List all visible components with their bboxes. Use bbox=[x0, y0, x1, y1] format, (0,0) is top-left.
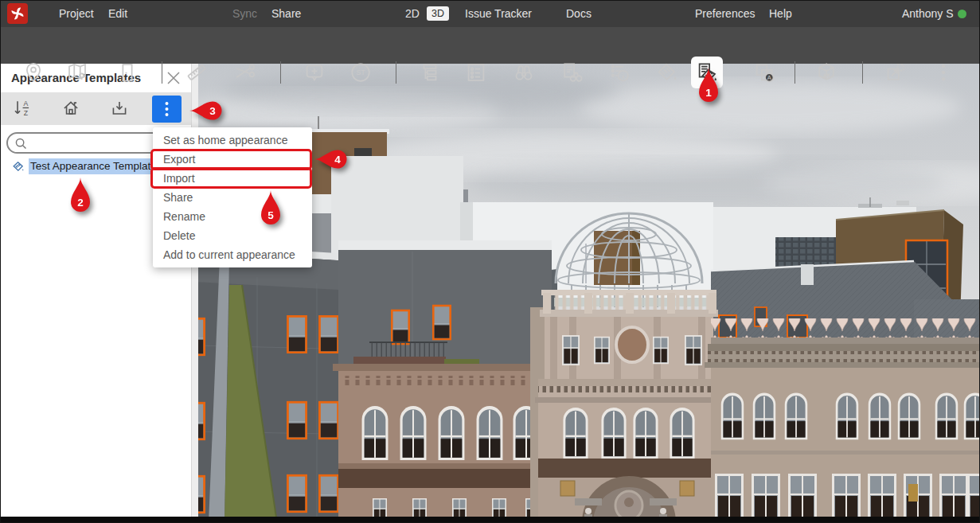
menu-preferences[interactable]: Preferences bbox=[695, 0, 755, 27]
step-marker-3: 3 bbox=[189, 99, 224, 123]
panel-subtoolbar: A Z bbox=[0, 92, 191, 125]
more-options-icon[interactable] bbox=[931, 60, 955, 84]
step-marker-4: 4 bbox=[314, 147, 349, 171]
export-3d-box-icon[interactable] bbox=[814, 60, 838, 84]
sort-az-icon[interactable]: A Z bbox=[12, 98, 33, 119]
menu-docs[interactable]: Docs bbox=[566, 0, 592, 27]
search-sets-icon[interactable] bbox=[560, 60, 584, 84]
3d-viewport[interactable] bbox=[197, 64, 980, 523]
step-marker-5: 5 bbox=[258, 189, 283, 226]
svg-text:Z: Z bbox=[24, 109, 29, 117]
viewport-bottom-edge bbox=[0, 517, 980, 523]
search-icon bbox=[14, 136, 28, 150]
measure-ruler-icon[interactable] bbox=[185, 60, 209, 84]
user-status-dot bbox=[958, 10, 966, 18]
mauve-building bbox=[333, 364, 557, 523]
3d-scene bbox=[197, 64, 980, 523]
menu-item-delete[interactable]: Delete bbox=[153, 226, 312, 245]
sheet-list-icon[interactable] bbox=[464, 60, 488, 84]
svg-text:A: A bbox=[767, 74, 771, 81]
menu-help[interactable]: Help bbox=[769, 0, 792, 27]
search-binoculars-icon[interactable] bbox=[512, 60, 536, 84]
menu-item-set-home-appearance[interactable]: Set as home appearance bbox=[153, 131, 312, 150]
menu-item-export[interactable]: Export bbox=[153, 150, 312, 169]
save-download-icon[interactable] bbox=[109, 98, 130, 119]
object-tree-icon[interactable] bbox=[418, 60, 442, 84]
toggle-2d[interactable]: 2D bbox=[405, 0, 420, 27]
svg-text:A: A bbox=[23, 100, 28, 107]
svg-text:ST: ST bbox=[356, 68, 365, 76]
close-icon[interactable] bbox=[166, 70, 182, 86]
door-icon[interactable] bbox=[115, 60, 139, 84]
menu-item-add-to-current[interactable]: Add to current appearance bbox=[153, 245, 312, 264]
svg-text:4: 4 bbox=[334, 154, 341, 166]
template-context-menu: Set as home appearance Export Import Sha… bbox=[153, 127, 312, 267]
step-marker-1: 1 bbox=[696, 67, 721, 103]
step-marker-2: 2 bbox=[68, 177, 93, 213]
expand-view-icon[interactable] bbox=[884, 60, 908, 84]
object-info-icon[interactable] bbox=[607, 60, 631, 84]
panel-more-options-button[interactable] bbox=[152, 96, 182, 123]
appearance-template-icon bbox=[11, 160, 25, 174]
section-scissors-icon[interactable] bbox=[232, 60, 256, 84]
paint-bucket-icon[interactable] bbox=[654, 60, 678, 84]
menu-sync: Sync bbox=[232, 0, 257, 27]
stamp-icon[interactable]: ST bbox=[349, 60, 373, 84]
toggle-3d-active[interactable]: 3D bbox=[427, 6, 449, 21]
add-issue-icon[interactable] bbox=[303, 60, 326, 84]
svg-text:5: 5 bbox=[267, 209, 274, 221]
viewpoint-pin-icon[interactable] bbox=[21, 60, 45, 84]
svg-text:2: 2 bbox=[77, 197, 84, 209]
menu-item-rename[interactable]: Rename bbox=[153, 207, 312, 226]
map-location-icon[interactable] bbox=[65, 60, 89, 84]
menu-item-import[interactable]: Import bbox=[153, 169, 312, 188]
user-name[interactable]: Anthony S bbox=[902, 0, 954, 27]
appearance-overrides-icon[interactable]: A bbox=[752, 60, 776, 84]
template-name: Test Appearance Template bbox=[29, 158, 156, 174]
menu-issue-tracker[interactable]: Issue Tracker bbox=[465, 0, 532, 27]
menu-share[interactable]: Share bbox=[271, 0, 301, 27]
home-appearance-icon[interactable] bbox=[61, 98, 81, 119]
top-menubar: Project Edit Sync Share 2D 3D Issue Trac… bbox=[0, 0, 980, 27]
menu-edit[interactable]: Edit bbox=[108, 0, 127, 27]
svg-text:1: 1 bbox=[705, 87, 712, 99]
svg-text:3: 3 bbox=[209, 105, 216, 117]
main-toolbar: ST bbox=[0, 27, 980, 64]
app-logo[interactable] bbox=[7, 3, 28, 24]
tan-building bbox=[705, 318, 980, 523]
gray-backdrop bbox=[338, 240, 552, 371]
menu-project[interactable]: Project bbox=[59, 0, 94, 27]
menu-item-share[interactable]: Share bbox=[153, 188, 312, 207]
